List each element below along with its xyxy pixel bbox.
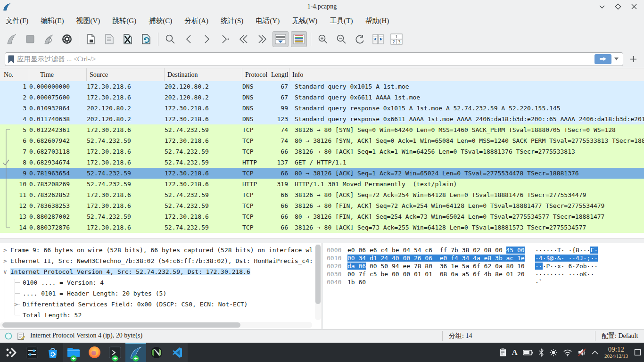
column-header-5[interactable]: Protocol xyxy=(242,68,268,82)
hex-row-0010[interactable]: 001000 34 d1 24 40 00 26 06 e0 f4 34 4a … xyxy=(323,254,644,262)
menu-item-5[interactable]: 捕获(C) xyxy=(149,16,172,25)
menu-item-8[interactable]: 电话(Y) xyxy=(256,16,280,25)
packet-row-2[interactable]: 20.000075600172.30.218.6202.120.80.2DNS6… xyxy=(0,92,644,103)
stop-capture-button[interactable] xyxy=(22,31,38,47)
column-header-6[interactable]: Lengtl xyxy=(268,68,289,82)
packet-row-7[interactable]: 70.682703118172.30.218.652.74.232.59TCP6… xyxy=(0,146,644,157)
expand-arrow-icon[interactable]: > xyxy=(13,299,19,310)
packet-row-12[interactable]: 120.783638253172.30.218.652.74.232.59TCP… xyxy=(0,200,644,211)
restart-capture-button[interactable] xyxy=(41,31,57,47)
numbered-columns-button[interactable]: 123 xyxy=(388,31,405,47)
detail-line-2[interactable]: >Ethernet II, Src: NewH3CTechno_7b:38:02… xyxy=(0,255,313,266)
auto-scroll-button[interactable] xyxy=(272,31,289,47)
column-header-2[interactable]: Time xyxy=(29,68,87,82)
bluetooth-icon[interactable] xyxy=(538,348,544,357)
expert-info-icon[interactable] xyxy=(5,332,12,340)
details-vertical-scrollbar[interactable] xyxy=(315,244,321,320)
resize-columns-button[interactable] xyxy=(370,31,386,47)
menu-item-3[interactable]: 视图(V) xyxy=(76,16,100,25)
start-capture-button[interactable] xyxy=(4,31,20,47)
packet-row-14[interactable]: 140.880372876172.30.218.652.74.232.59TCP… xyxy=(0,222,644,233)
app-launcher-button[interactable] xyxy=(0,343,22,362)
go-back-button[interactable] xyxy=(181,31,197,47)
apply-filter-button[interactable] xyxy=(594,54,611,64)
system-settings-button[interactable] xyxy=(22,343,42,362)
detail-line-7[interactable]: Total Length: 52 xyxy=(0,310,313,321)
packet-row-1[interactable]: 10.000000000172.30.218.6202.120.80.2DNS6… xyxy=(0,81,644,92)
battery-icon[interactable] xyxy=(523,350,533,355)
close-file-button[interactable] xyxy=(120,31,136,47)
menu-item-2[interactable]: 编辑(E) xyxy=(41,16,64,25)
minimize-button[interactable] xyxy=(594,0,610,13)
add-filter-button[interactable] xyxy=(627,53,639,65)
capture-options-button[interactable] xyxy=(59,31,75,47)
menu-item-9[interactable]: 无线(W) xyxy=(292,16,317,25)
column-header-1[interactable]: No. xyxy=(0,68,29,82)
zoom-reset-button[interactable] xyxy=(352,31,368,47)
bookmark-icon[interactable] xyxy=(8,55,14,63)
tray-expander-icon[interactable] xyxy=(592,350,598,354)
packet-row-3[interactable]: 30.010932864202.120.80.2172.30.218.6DNS9… xyxy=(0,103,644,114)
go-first-packet-button[interactable] xyxy=(236,31,252,47)
hex-row-0030[interactable]: 003000 7f c5 be 00 00 01 01 08 0a a5 6f … xyxy=(323,270,644,278)
menu-item-11[interactable]: 帮助(H) xyxy=(365,16,389,25)
reload-file-button[interactable] xyxy=(138,31,154,47)
wireshark-task[interactable]: + xyxy=(125,343,146,362)
column-header-4[interactable]: Destination xyxy=(165,68,242,82)
close-button[interactable] xyxy=(626,0,642,13)
go-forward-button[interactable] xyxy=(199,31,215,47)
detail-line-1[interactable]: >Frame 9: 66 bytes on wire (528 bits), 6… xyxy=(0,245,313,255)
file-manager-task[interactable]: + xyxy=(63,343,84,362)
zoom-out-button[interactable] xyxy=(333,31,349,47)
filter-dropdown-caret-icon[interactable] xyxy=(614,58,619,60)
packet-row-9[interactable]: 90.78196365452.74.232.59172.30.218.6TCP6… xyxy=(0,168,644,179)
capture-comment-icon[interactable] xyxy=(17,332,25,340)
colorize-button[interactable] xyxy=(291,31,307,47)
hex-row-0000[interactable]: 0000e0 06 e6 c4 be 04 54 c6 ff 7b 38 02 … xyxy=(323,246,644,254)
menu-item-4[interactable]: 跳转(G) xyxy=(112,16,136,25)
open-file-button[interactable] xyxy=(83,31,99,47)
maximize-button[interactable] xyxy=(610,0,626,13)
terminal-task[interactable]: + xyxy=(105,343,125,362)
display-filter-input[interactable] xyxy=(16,55,594,64)
wifi-icon[interactable] xyxy=(563,349,572,356)
expand-arrow-icon[interactable]: > xyxy=(2,245,8,255)
detail-line-6[interactable]: >Differentiated Services Field: 0x00 (DS… xyxy=(0,299,313,310)
detail-line-5[interactable]: .... 0101 = Header Length: 20 bytes (5) xyxy=(0,288,313,299)
profile-status[interactable]: 配置: Default xyxy=(602,332,638,340)
column-header-7[interactable]: Info xyxy=(289,68,644,82)
firefox-task[interactable] xyxy=(84,343,105,362)
show-desktop-button[interactable] xyxy=(634,349,641,356)
collapse-arrow-icon[interactable]: ∨ xyxy=(2,266,8,277)
hex-row-0020[interactable]: 0020da 06 00 50 94 ee 78 80 36 1e 5a 6f … xyxy=(323,262,644,270)
zoom-in-button[interactable] xyxy=(315,31,331,47)
menu-item-7[interactable]: 统计(S) xyxy=(221,16,243,25)
menu-item-6[interactable]: 分析(A) xyxy=(184,16,208,25)
discover-button[interactable] xyxy=(42,343,63,362)
volume-muted-icon[interactable] xyxy=(578,348,586,356)
vscode-task[interactable] xyxy=(167,343,188,362)
scrollbar-thumb[interactable] xyxy=(2,322,240,328)
menu-item-1[interactable]: 文件(F) xyxy=(6,16,28,25)
details-horizontal-scrollbar[interactable] xyxy=(0,322,312,328)
hex-row-0040[interactable]: 00401b 60·` xyxy=(323,278,644,286)
go-to-packet-button[interactable] xyxy=(217,31,233,47)
packet-row-6[interactable]: 60.68260794252.74.232.59172.30.218.6TCP7… xyxy=(0,135,644,146)
neovim-task[interactable] xyxy=(146,343,167,362)
clipboard-icon[interactable] xyxy=(499,348,507,357)
column-header-3[interactable]: Source xyxy=(87,68,165,82)
expand-arrow-icon[interactable]: > xyxy=(2,255,8,266)
clock-widget[interactable]: 09:12 2024/12/13 xyxy=(604,346,628,359)
packet-row-11[interactable]: 110.783262852172.30.218.652.74.232.59TCP… xyxy=(0,189,644,200)
packet-row-13[interactable]: 130.88028700252.74.232.59172.30.218.6TCP… xyxy=(0,211,644,222)
brightness-icon[interactable] xyxy=(549,348,558,357)
packet-row-5[interactable]: 50.012242361172.30.218.652.74.232.59TCP7… xyxy=(0,124,644,135)
detail-line-3[interactable]: ∨Internet Protocol Version 4, Src: 52.74… xyxy=(0,266,313,277)
save-file-button[interactable] xyxy=(101,31,117,47)
go-last-packet-button[interactable] xyxy=(254,31,270,47)
packet-row-4[interactable]: 40.011740638202.120.80.2172.30.218.6DNS1… xyxy=(0,114,644,124)
menu-item-10[interactable]: 工具(T) xyxy=(330,16,353,25)
detail-line-4[interactable]: 0100 .... = Version: 4 xyxy=(0,277,313,288)
packet-row-8[interactable]: 80.682934674172.30.218.652.74.232.59HTTP… xyxy=(0,157,644,168)
find-packet-button[interactable] xyxy=(162,31,178,47)
